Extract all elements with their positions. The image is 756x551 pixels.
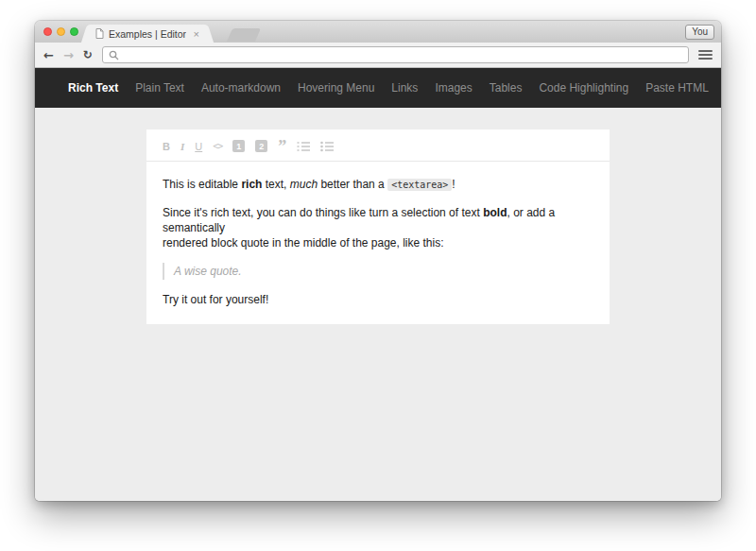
search-icon [109,50,119,60]
nav-item-tables[interactable]: Tables [481,81,531,95]
browser-tab[interactable]: Examples | Editor × [90,25,205,43]
code-icon[interactable]: <> [213,141,222,152]
block-quote[interactable]: A wise quote. [163,263,593,280]
zoom-window-button[interactable] [70,27,78,36]
new-tab-button[interactable] [227,28,261,42]
block-quote-icon[interactable]: ” [278,141,286,151]
page-icon [95,28,104,39]
italic-icon[interactable]: I [180,141,184,152]
editor-content[interactable]: This is editable rich text, much better … [146,162,610,324]
back-icon[interactable]: ← [43,49,54,61]
page-background: B I U <> 1 2 ” This is editable rich tex… [35,129,721,501]
nav-item-code-highlighting[interactable]: Code Highlighting [530,81,637,95]
profile-button[interactable]: You [685,25,714,40]
paragraph[interactable]: This is editable rich text, much better … [163,177,593,193]
numbered-list-icon[interactable] [297,141,310,152]
nav-item-hovering-menu[interactable]: Hovering Menu [289,81,383,95]
bulleted-list-icon[interactable] [320,141,334,152]
browser-toolbar: ← → ↻ [35,43,721,68]
underline-icon[interactable]: U [195,141,202,152]
forward-icon[interactable]: → [63,49,74,61]
menu-icon[interactable] [698,50,713,60]
heading-two-icon[interactable]: 2 [255,140,267,152]
paragraph[interactable]: Try it out for yourself! [163,292,593,307]
editor-card: B I U <> 1 2 ” This is editable rich tex… [146,129,610,324]
browser-window: Examples | Editor × You ← → ↻ Rich Text … [35,21,721,501]
tab-title: Examples | Editor [109,28,186,40]
paragraph[interactable]: Since it's rich text, you can do things … [163,205,593,250]
nav-item-auto-markdown[interactable]: Auto-markdown [193,81,289,95]
nav-item-rich-text[interactable]: Rich Text [60,81,127,95]
nav-item-links[interactable]: Links [383,81,426,95]
nav-item-paste-html[interactable]: Paste HTML [637,81,717,95]
tab-close-icon[interactable]: × [194,29,199,39]
tab-strip: Examples | Editor × You [35,21,721,43]
reload-icon[interactable]: ↻ [83,49,93,61]
editor-toolbar: B I U <> 1 2 ” [146,129,610,162]
heading-one-icon[interactable]: 1 [232,140,245,152]
close-window-button[interactable] [43,27,52,36]
site-nav: Rich Text Plain Text Auto-markdown Hover… [35,68,721,108]
nav-item-images[interactable]: Images [426,81,480,95]
address-input[interactable] [124,49,682,60]
address-bar[interactable] [102,46,689,63]
nav-item-plain-text[interactable]: Plain Text [127,81,193,95]
minimize-window-button[interactable] [57,27,65,36]
window-controls [43,27,78,36]
bold-icon[interactable]: B [163,141,170,152]
